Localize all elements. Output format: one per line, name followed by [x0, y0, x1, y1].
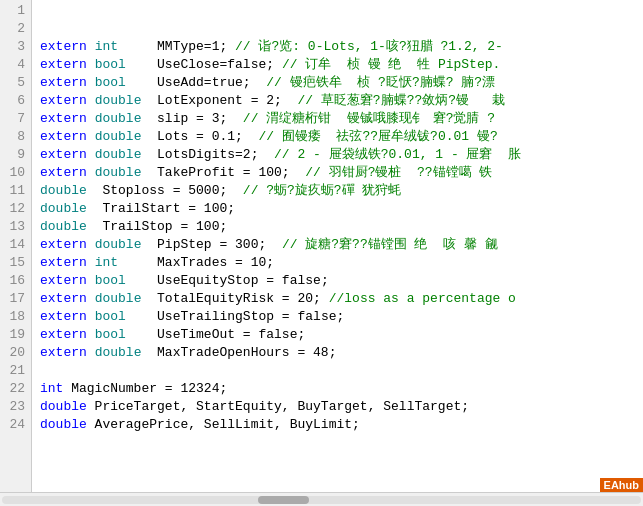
line-number: 18: [4, 308, 25, 326]
token-comment: // 2 - 屉袋绒铁?0.01, 1 - 屉窘 胀: [274, 147, 521, 162]
token-comment: //loss as a percentage o: [329, 291, 516, 306]
token-varname: UseTrailingStop = false;: [126, 309, 344, 324]
code-line: extern bool UseTrailingStop = false;: [40, 308, 643, 326]
code-line: [40, 20, 643, 38]
token-comment: // 草眨葱窘?腩蝶??敛炳?镘 栽: [297, 93, 505, 108]
token-kw-extern: extern: [40, 165, 87, 180]
token-varname: TrailStop = 100;: [87, 219, 227, 234]
code-area: 123456789101112131415161718192021222324 …: [0, 0, 643, 492]
token-kw-extern: extern: [40, 309, 87, 324]
token-kw-extern: extern: [40, 237, 87, 252]
code-line: [40, 362, 643, 380]
line-number: 10: [4, 164, 25, 182]
token-varname: Lots = 0.1;: [141, 129, 258, 144]
line-number: 9: [4, 146, 25, 164]
token-kw-type-double: double: [95, 291, 142, 306]
token-varname: [87, 147, 95, 162]
code-line: extern double TotalEquityRisk = 20; //lo…: [40, 290, 643, 308]
token-varname: [87, 345, 95, 360]
token-kw-type-double: double: [95, 93, 142, 108]
line-number: 15: [4, 254, 25, 272]
line-number: 2: [4, 20, 25, 38]
token-varname: [87, 111, 95, 126]
token-kw-int: int: [40, 381, 63, 396]
line-number: 6: [4, 92, 25, 110]
line-number: 24: [4, 416, 25, 434]
line-number: 13: [4, 218, 25, 236]
code-line: extern bool UseClose=false; // 订牟 桢 镘 绝 …: [40, 56, 643, 74]
line-number: 11: [4, 182, 25, 200]
code-line: int MagicNumber = 12324;: [40, 380, 643, 398]
token-varname: [87, 93, 95, 108]
token-varname: Stoploss = 5000;: [87, 183, 243, 198]
token-varname: [87, 273, 95, 288]
line-number: 12: [4, 200, 25, 218]
token-kw-extern: extern: [40, 273, 87, 288]
token-kw-extern: extern: [40, 327, 87, 342]
token-comment: // 诣?览: 0-Lots, 1-咳?狃腊 ?1.2, 2-: [235, 39, 503, 54]
token-comment: // 旋糖?窘??锚镗围 绝 咳 馨 觎: [282, 237, 498, 252]
line-number: 1: [4, 2, 25, 20]
token-kw-extern: extern: [40, 75, 87, 90]
token-kw-type-double: double: [95, 345, 142, 360]
code-content[interactable]: extern int MMType=1; // 诣?览: 0-Lots, 1-咳…: [32, 0, 643, 492]
token-comment: // 订牟 桢 镘 绝 牲 PipStep.: [282, 57, 500, 72]
token-kw-type-double: double: [95, 165, 142, 180]
scrollbar-area: [0, 492, 643, 506]
token-comment: // ?蛎?旋疚蛎?磾 犹狩蚝: [243, 183, 402, 198]
token-varname: [87, 39, 95, 54]
horizontal-scrollbar[interactable]: [2, 496, 641, 504]
token-varname: TotalEquityRisk = 20;: [141, 291, 328, 306]
token-kw-extern: extern: [40, 129, 87, 144]
token-kw-type-double: double: [95, 111, 142, 126]
code-line: double TrailStart = 100;: [40, 200, 643, 218]
line-number: 3: [4, 38, 25, 56]
code-line: double PriceTarget, StartEquity, BuyTarg…: [40, 398, 643, 416]
token-kw-double: double: [40, 417, 87, 432]
code-line: extern int MaxTrades = 10;: [40, 254, 643, 272]
code-line: extern double PipStep = 300; // 旋糖?窘??锚镗…: [40, 236, 643, 254]
watermark: EAhub: [600, 478, 643, 492]
scrollbar-thumb[interactable]: [258, 496, 309, 504]
code-line: double AveragePrice, SellLimit, BuyLimit…: [40, 416, 643, 434]
token-kw-extern: extern: [40, 255, 87, 270]
token-varname: [87, 237, 95, 252]
token-comment: // 囿镘痿 祛弦??屉牟绒钹?0.01 镘?: [258, 129, 497, 144]
token-kw-type-int: int: [95, 255, 118, 270]
line-number: 8: [4, 128, 25, 146]
token-kw-extern: extern: [40, 147, 87, 162]
line-number: 20: [4, 344, 25, 362]
code-line: extern double TakeProfit = 100; // 羽钳厨?镘…: [40, 164, 643, 182]
token-kw-type-double: double: [95, 147, 142, 162]
code-line: extern double LotExponent = 2; // 草眨葱窘?腩…: [40, 92, 643, 110]
token-varname: AveragePrice, SellLimit, BuyLimit;: [87, 417, 360, 432]
line-number: 21: [4, 362, 25, 380]
token-varname: MagicNumber = 12324;: [63, 381, 227, 396]
token-varname: [87, 255, 95, 270]
code-line: extern int MMType=1; // 诣?览: 0-Lots, 1-咳…: [40, 38, 643, 56]
token-comment: // 渭绽糖桁钳 镘铖哦膝现钅 窘?觉腈 ?: [243, 111, 495, 126]
token-kw-type-int: int: [95, 39, 118, 54]
token-comment: // 羽钳厨?镘桩 ??锚镗噶 铁: [305, 165, 492, 180]
line-numbers: 123456789101112131415161718192021222324: [0, 0, 32, 492]
code-line: extern bool UseTimeOut = false;: [40, 326, 643, 344]
line-number: 5: [4, 74, 25, 92]
line-number: 22: [4, 380, 25, 398]
token-varname: PipStep = 300;: [141, 237, 281, 252]
token-kw-type-double: double: [95, 237, 142, 252]
token-kw-double: double: [40, 399, 87, 414]
line-number: 7: [4, 110, 25, 128]
token-varname: LotExponent = 2;: [141, 93, 297, 108]
code-line: double TrailStop = 100;: [40, 218, 643, 236]
editor-wrapper: 123456789101112131415161718192021222324 …: [0, 0, 643, 506]
token-varname: [87, 129, 95, 144]
code-line: double Stoploss = 5000; // ?蛎?旋疚蛎?磾 犹狩蚝: [40, 182, 643, 200]
token-comment: // 镘疤铁牟 桢 ?眨恹?腩蝶? 腩?漂: [266, 75, 495, 90]
token-kw-type-bool: bool: [95, 309, 126, 324]
token-kw-extern: extern: [40, 93, 87, 108]
token-kw-type-bool: bool: [95, 75, 126, 90]
token-varname: MMType=1;: [118, 39, 235, 54]
token-varname: UseTimeOut = false;: [126, 327, 305, 342]
line-number: 23: [4, 398, 25, 416]
token-varname: PriceTarget, StartEquity, BuyTarget, Sel…: [87, 399, 469, 414]
